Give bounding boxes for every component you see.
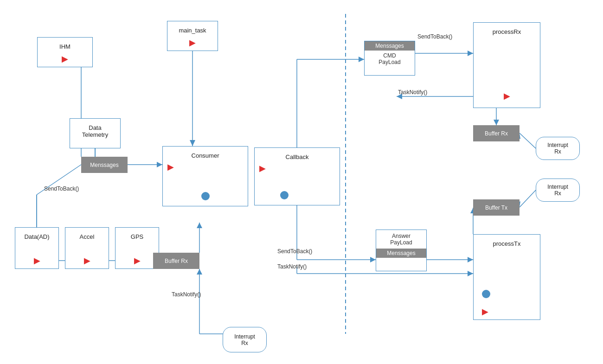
consumer-play-icon: ▶ <box>167 163 174 171</box>
tasknotify-right-label: TaskNotify() <box>398 89 427 96</box>
gps-label: GPS <box>128 231 146 242</box>
buffer-rx-right: Buffer Rx <box>473 125 520 141</box>
accel-box: Accel ▶ <box>65 227 109 269</box>
consumer-dot <box>201 192 210 200</box>
messages-bottom-label: Menssages <box>376 249 426 258</box>
svg-marker-5 <box>157 162 162 167</box>
messages-top-container: Menssages CMDPayLoad <box>364 41 415 76</box>
interrupt-rx-1: InterruptRx <box>536 137 580 160</box>
svg-marker-10 <box>468 51 473 56</box>
interrupt-rx-bottom-label: InterruptRx <box>234 333 255 346</box>
ihm-play-icon: ▶ <box>62 55 68 63</box>
processrx-label: processRx <box>490 26 524 37</box>
processtx-box: processTx ▶ <box>473 234 540 320</box>
svg-marker-23 <box>468 257 473 262</box>
answer-payload-label: AnswerPayLoad <box>376 230 426 249</box>
sendtoback-top-label: SendToBack() <box>417 33 452 40</box>
buffer-rx-right-label: Buffer Rx <box>485 130 508 137</box>
main-task-box: main_task ▶ <box>167 21 218 51</box>
buffer-rx-left-label: Buffer Rx <box>165 258 188 264</box>
consumer-box: Consumer ▶ <box>162 146 248 206</box>
interrupt-rx-2-label: InterruptRx <box>547 184 568 197</box>
diagram: IHM ▶ main_task ▶ DataTelemetry Menssage… <box>0 0 603 364</box>
svg-marker-21 <box>370 257 376 262</box>
buffer-tx: Buffer Tx <box>473 199 520 216</box>
svg-marker-36 <box>197 223 202 228</box>
svg-marker-40 <box>197 269 202 275</box>
data-telemetry-label: DataTelemetry <box>79 122 111 140</box>
sendtoback-mid-label: SendToBack() <box>277 248 312 255</box>
tasknotify-left-label: TaskNotify() <box>172 291 201 298</box>
callback-dot <box>280 191 289 199</box>
ihm-label: IHM <box>57 41 73 52</box>
processtx-dot <box>482 290 490 298</box>
messages-top-label: Menssages <box>365 41 415 51</box>
svg-marker-2 <box>190 140 195 146</box>
buffer-tx-label: Buffer Tx <box>485 204 507 211</box>
svg-marker-8 <box>359 57 364 62</box>
tasknotify-mid-label: TaskNotify() <box>277 263 307 270</box>
callback-label: Callback <box>283 152 312 162</box>
buffer-rx-left: Buffer Rx <box>153 253 199 269</box>
gps-box: GPS ▶ <box>115 227 159 269</box>
interrupt-rx-bottom: InterruptRx <box>223 327 267 352</box>
interrupt-rx-1-label: InterruptRx <box>547 142 568 155</box>
svg-line-13 <box>520 133 536 148</box>
accel-play-icon: ▶ <box>84 256 90 265</box>
data-ad-box: Data(AD) ▶ <box>15 227 59 269</box>
processrx-play-icon: ▶ <box>504 92 510 100</box>
callback-box: Callback ▶ <box>254 147 340 205</box>
processtx-play-icon: ▶ <box>482 307 488 316</box>
interrupt-rx-2: InterruptRx <box>536 179 580 202</box>
svg-marker-26 <box>468 271 473 276</box>
main-task-play-icon: ▶ <box>189 38 196 47</box>
messages-top-sublabel: CMDPayLoad <box>365 51 415 67</box>
processtx-label: processTx <box>490 238 524 249</box>
data-telemetry-box: DataTelemetry <box>70 118 121 148</box>
svg-marker-12 <box>494 120 499 125</box>
data-ad-play-icon: ▶ <box>34 256 40 265</box>
gps-play-icon: ▶ <box>134 256 141 265</box>
processrx-box: processRx ▶ <box>473 22 540 108</box>
consumer-label: Consumer <box>189 150 222 161</box>
messages-left-label: Menssages <box>90 162 118 168</box>
data-ad-label: Data(AD) <box>21 231 52 242</box>
ihm-box: IHM ▶ <box>37 37 93 67</box>
answer-payload-box: AnswerPayLoad Menssages <box>376 230 427 271</box>
accel-label: Accel <box>77 231 97 242</box>
svg-line-15 <box>520 190 536 207</box>
sendtoback-left-label: SendToBack() <box>44 185 79 192</box>
callback-play-icon: ▶ <box>259 164 266 172</box>
main-task-label: main_task <box>176 25 209 36</box>
messages-left-box: Menssages <box>81 157 128 173</box>
